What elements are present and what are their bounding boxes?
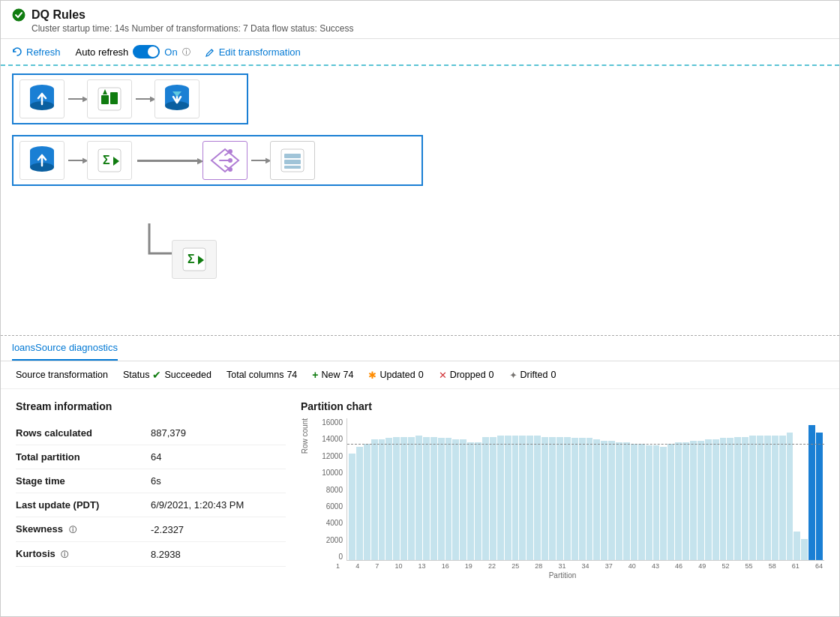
dropped-item: ✕ Dropped 0 [439, 370, 494, 381]
bar-44 [668, 444, 674, 560]
toggle-state-label: On [164, 46, 177, 58]
x-axis: 1 4 7 10 13 16 19 22 25 28 31 34 37 40 [301, 561, 824, 570]
svg-point-21 [228, 167, 232, 172]
dropped-value: 0 [489, 370, 494, 380]
bar-31 [572, 438, 578, 560]
source-node-icon [25, 82, 59, 116]
dashed-reference-line [347, 444, 824, 445]
arrow-2: ▶ [136, 98, 151, 100]
branch-connector: Σ [134, 223, 194, 286]
svg-rect-5 [101, 95, 109, 104]
bottom-section: loansSource diagnostics Source transform… [1, 336, 839, 616]
bar-30 [564, 437, 571, 560]
diagnostics-tab[interactable]: loansSource diagnostics [12, 336, 118, 361]
kurtosis-value: 8.2938 [151, 549, 181, 560]
diagnostics-tab-bar: loansSource diagnostics [1, 336, 839, 361]
status-check-icon: ✔ [152, 369, 161, 381]
y-label-8000: 8000 [326, 486, 343, 494]
auto-refresh-row: Auto refresh On ⓘ [76, 45, 190, 58]
flow-node-aggregate[interactable]: Σ [87, 141, 132, 180]
content-area: Stream information Rows calculated 887,3… [1, 389, 839, 616]
drifted-icon: ✦ [509, 370, 518, 381]
last-update-label: Last update (PDT) [16, 499, 151, 511]
edit-transformation-label: Edit transformation [219, 46, 301, 58]
drifted-label: Drifted [520, 370, 548, 380]
bar-11 [423, 437, 430, 560]
bar-58 [772, 436, 778, 560]
svg-rect-23 [284, 154, 301, 158]
bar-52 [727, 438, 734, 560]
bar-20 [490, 437, 496, 560]
bar-43 [660, 447, 667, 560]
bar-22 [505, 436, 512, 560]
kurtosis-info-icon[interactable]: ⓘ [61, 550, 68, 559]
svg-point-19 [228, 149, 232, 154]
bar-29 [556, 437, 563, 560]
bar-17 [467, 442, 474, 560]
bar-34 [593, 439, 600, 560]
flow-node-transform-1[interactable] [87, 79, 132, 118]
page-title: DQ Rules [32, 8, 86, 22]
total-partition-value: 64 [151, 451, 161, 463]
skewness-info-icon[interactable]: ⓘ [69, 526, 76, 534]
refresh-icon [12, 46, 22, 57]
status-label: Status [123, 370, 149, 380]
y-label-14000: 14000 [322, 435, 343, 443]
bar-32 [579, 438, 586, 560]
bar-16 [460, 439, 466, 560]
bar-1 [349, 454, 356, 560]
arrow-1: ▶ [68, 98, 83, 100]
flow-node-branch-aggregate[interactable]: Σ [172, 240, 217, 279]
svg-text:Σ: Σ [188, 253, 195, 265]
refresh-button[interactable]: Refresh [12, 46, 61, 58]
stream-info-table: Rows calculated 887,379 Total partition … [16, 421, 286, 567]
arrow-3: ▶ [68, 160, 83, 161]
bar-62 [801, 539, 808, 560]
kurtosis-label: Kurtosis ⓘ [16, 548, 151, 560]
edit-transformation-button[interactable]: Edit transformation [206, 46, 301, 58]
source-node-2-icon [25, 143, 59, 178]
bar-10 [416, 436, 422, 560]
new-icon: + [312, 369, 318, 381]
partition-chart-panel: Partition chart Row count 16000 14000 12… [301, 400, 824, 605]
auto-refresh-toggle[interactable] [133, 45, 160, 58]
y-label-10000: 10000 [322, 469, 343, 477]
bar-37 [616, 442, 622, 560]
edit-icon [206, 47, 215, 57]
bar-2 [356, 447, 363, 560]
stats-row: Source transformation Status ✔ Succeeded… [1, 361, 839, 389]
y-axis-title-label: Row count [301, 418, 309, 454]
bar-38 [623, 442, 630, 560]
bar-13 [438, 438, 445, 560]
bar-60 [787, 433, 794, 560]
bar-21 [497, 436, 504, 560]
flow-node-source-2[interactable] [20, 141, 64, 180]
bar-50 [712, 439, 719, 560]
y-axis: 16000 14000 12000 10000 8000 6000 4000 2… [313, 418, 346, 561]
refresh-label: Refresh [26, 46, 61, 58]
bar-57 [764, 436, 771, 560]
bar-47 [690, 441, 697, 560]
flow-node-sink-1[interactable] [154, 79, 200, 118]
bar-26 [534, 436, 541, 560]
info-row-rows-calculated: Rows calculated 887,379 [16, 421, 286, 445]
svg-point-20 [228, 158, 232, 163]
y-label-12000: 12000 [322, 452, 343, 460]
y-label-0: 0 [338, 553, 343, 561]
flow-node-split[interactable] [202, 141, 248, 180]
flow-node-select[interactable] [270, 141, 315, 180]
bar-42 [653, 445, 660, 560]
branch-aggregate-icon: Σ [177, 242, 212, 277]
flow-canvas: ▶ ▶ [1, 66, 839, 336]
bar-55 [749, 436, 756, 560]
split-node-icon [208, 143, 242, 178]
updated-label: Updated [380, 370, 415, 380]
bar-56 [757, 436, 764, 560]
bar-24 [519, 436, 526, 560]
dropped-label: Dropped [450, 370, 486, 380]
flow-node-source-1[interactable] [20, 79, 64, 118]
svg-rect-24 [284, 160, 301, 164]
flow-row-1: ▶ ▶ [12, 73, 248, 124]
y-label-4000: 4000 [326, 519, 343, 527]
status-item: Status ✔ Succeeded [123, 369, 212, 381]
